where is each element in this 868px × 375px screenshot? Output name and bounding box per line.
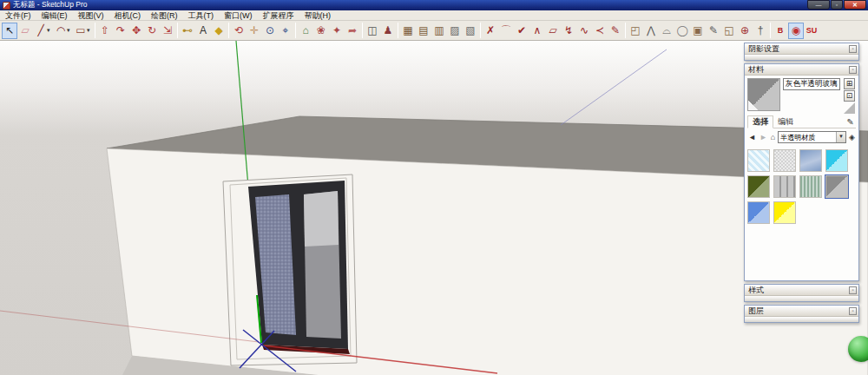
menu-item-4[interactable]: 绘图(R) [146,10,183,21]
material-name-input[interactable] [783,78,840,90]
material-swatch-translucent-gray-glass[interactable] [825,175,848,198]
plugin-swirl-button-button[interactable]: ◉ [788,23,804,39]
material-swatch-translucent-olive-green[interactable] [747,175,770,198]
line-tool-dropdown-caret[interactable]: ▾ [47,27,53,34]
menu-item-3[interactable]: 相机(C) [109,10,147,21]
scale-tool-button[interactable]: ⇲ [160,23,175,39]
tab-edit[interactable]: 编辑 [773,116,798,128]
polygon-tool-button[interactable]: ▱ [545,23,561,39]
curve-tool-1-button[interactable]: ✗ [483,23,498,39]
styles-header[interactable]: 样式 ▫ [745,285,858,296]
move-tool-button[interactable]: ✥ [128,23,144,39]
material-swatch-translucent-water-blue[interactable] [799,149,822,172]
materials-tabs: 选择 编辑 ✎ [747,116,856,128]
collection-dropdown[interactable]: 半透明材质 ▼ [778,131,846,143]
tape-measure-tool-button[interactable]: ⊷ [180,23,195,39]
spline-tool-button[interactable]: ≺ [592,23,608,39]
styles-rollup-button[interactable]: ▫ [849,286,857,294]
axes-tool-button[interactable]: ⊕ [737,23,753,39]
styles-title: 样式 [748,285,764,296]
toolbar-separator [95,23,95,38]
orbit-tool-button[interactable]: ⟲ [231,23,247,39]
freehand-curve-tool-button[interactable]: ∿ [576,23,592,39]
materials-header[interactable]: 材料 ▫ [745,64,858,76]
dome-tool-button[interactable]: ⌓ [659,23,674,39]
default-material-button[interactable]: ⊡ [844,90,855,102]
material-preview-thumbnail[interactable] [747,78,780,111]
select-tool-button[interactable]: ↖ [2,23,17,39]
chevron-down-icon[interactable]: ▼ [836,132,845,142]
zoom-extents-tool-button[interactable]: ⌖ [278,23,293,39]
position-camera-tool-button[interactable]: ♟ [380,23,396,39]
menu-item-6[interactable]: 窗口(W) [219,10,258,21]
sketch-pencil-tool-button[interactable]: ✎ [608,23,623,39]
toolbar-separator [177,23,178,38]
zigzag-tool-button[interactable]: ↯ [561,23,576,39]
fence-tool-3-button[interactable]: ▥ [431,23,447,39]
paint-bucket-tool-button[interactable]: ◆ [211,23,227,39]
menu-item-1[interactable]: 编辑(E) [36,10,73,21]
push-pull-tool-button[interactable]: ⇧ [97,23,113,39]
curve-tool-4-button[interactable]: ∧ [529,23,545,39]
layers-rollup-button[interactable]: ▫ [849,307,857,315]
section-plane-tool-button[interactable]: ◫ [365,23,380,39]
close-button[interactable]: ✕ [844,0,866,10]
curve-tool-3-button[interactable]: ✔ [514,23,529,39]
components-browser-button[interactable]: ❀ [313,23,329,39]
pan-tool-button[interactable]: ✛ [247,23,262,39]
material-swatch-translucent-checker-blue[interactable] [747,149,770,172]
menu-item-2[interactable]: 视图(V) [73,10,109,21]
model-library-button[interactable]: ⌂ [298,23,313,39]
share-model-button[interactable]: ➦ [345,23,360,39]
layer-stack-1-button[interactable]: ▨ [447,23,463,39]
text-label-tool-button[interactable]: A [195,23,211,39]
shadow-settings-rollup-button[interactable]: ▫ [849,45,857,53]
forward-button[interactable]: ► [759,133,768,141]
knife-tool-button[interactable]: † [753,23,768,39]
shadow-settings-header[interactable]: 阴影设置 ▫ [745,43,858,55]
back-button[interactable]: ◄ [747,133,757,141]
rectangle-tool-dropdown-caret[interactable]: ▾ [87,27,93,34]
toolbar-separator [398,23,398,38]
follow-me-tool-button[interactable]: ↷ [113,23,128,39]
materials-rollup-button[interactable]: ▫ [849,66,857,74]
edit-solid-tool-button[interactable]: ✎ [706,23,721,39]
arc-tool-dropdown-caret[interactable]: ▾ [67,27,73,34]
material-swatch-translucent-blue[interactable] [747,201,770,224]
menu-item-5[interactable]: 工具(T) [183,10,220,21]
layer-stack-2-button[interactable]: ▧ [463,23,478,39]
3d-viewport[interactable]: 阴影设置 ▫ 材料 ▫ ⊞ [0,41,868,375]
eyedropper-icon[interactable]: ✎ [845,117,856,127]
menu-item-0[interactable]: 文件(F) [0,10,36,21]
minimize-button[interactable]: — [807,0,830,10]
material-swatch-translucent-cyan[interactable] [825,149,848,172]
sphere-tool-button[interactable]: ◯ [674,23,690,39]
maximize-button[interactable]: ▫ [831,0,843,10]
eraser-tool-button[interactable]: ▱ [17,23,33,39]
fence-tool-2-button[interactable]: ▤ [416,23,431,39]
sketchup-pro-badge-button[interactable]: SU [804,23,819,39]
details-button[interactable]: ◈ [848,133,856,141]
styles-browser-button[interactable]: ✦ [329,23,345,39]
zoom-tool-button[interactable]: ⊙ [262,23,278,39]
plugin-b-button-button[interactable]: B [773,23,788,39]
styles-collapsed-body [745,296,858,301]
create-material-button[interactable]: ⊞ [844,78,855,89]
intersect-tool-button[interactable]: ⋀ [643,23,659,39]
outer-shell-tool-button[interactable]: ◰ [628,23,643,39]
material-swatch-translucent-frosted-white[interactable] [773,149,796,172]
subtract-tool-button[interactable]: ◱ [721,23,737,39]
tab-select[interactable]: 选择 [747,115,773,128]
material-swatch-translucent-yellow[interactable] [773,201,796,224]
fence-tool-1-button[interactable]: ▦ [400,23,416,39]
model-canvas [0,41,868,375]
layers-header[interactable]: 图层 ▫ [745,306,858,317]
menu-item-8[interactable]: 帮助(H) [299,10,337,21]
curve-tool-2-button[interactable]: ⌒ [498,23,514,39]
material-swatch-translucent-green-stripes[interactable] [799,175,822,198]
union-tool-button[interactable]: ▣ [690,23,706,39]
material-swatch-translucent-gray-blocks[interactable] [773,175,796,198]
in-model-home-button[interactable]: ⌂ [770,133,776,141]
menu-item-7[interactable]: 扩展程序 [258,10,299,21]
rotate-tool-button[interactable]: ↻ [144,23,160,39]
